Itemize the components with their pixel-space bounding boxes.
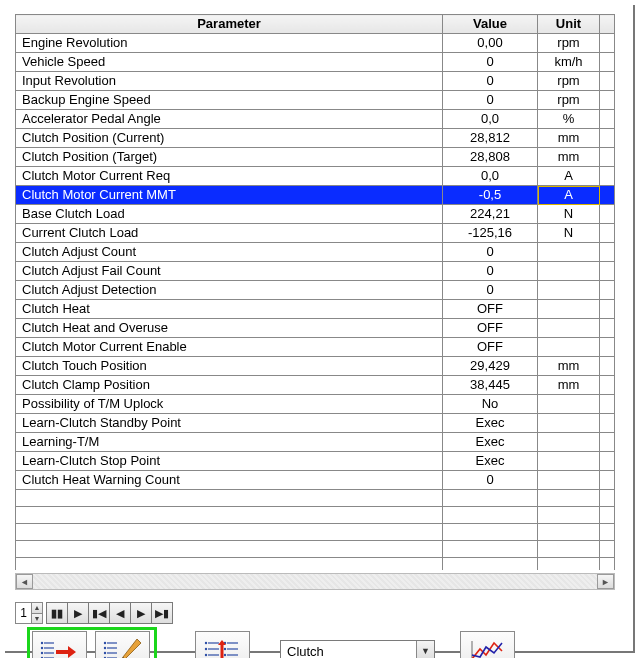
table-row[interactable]: Clutch Position (Target)28,808mm <box>16 148 615 167</box>
table-row[interactable]: Backup Engine Speed0rpm <box>16 91 615 110</box>
table-row[interactable]: Clutch Adjust Fail Count0 <box>16 262 615 281</box>
table-row[interactable]: Possibility of T/M UplockNo <box>16 395 615 414</box>
data-table[interactable]: Parameter Value Unit Engine Revolution0,… <box>15 14 615 570</box>
cell-pad <box>600 91 615 110</box>
scroll-left-button[interactable]: ◄ <box>16 574 33 589</box>
table-row[interactable] <box>16 558 615 571</box>
first-button[interactable]: ▮◀ <box>88 602 110 624</box>
table-row[interactable]: Clutch Heat Warning Count0 <box>16 471 615 490</box>
last-button[interactable]: ▶▮ <box>151 602 173 624</box>
cell-unit: mm <box>538 129 600 148</box>
cell-unit <box>538 452 600 471</box>
table-row[interactable]: Clutch Motor Current Req0,0A <box>16 167 615 186</box>
frame-down-button[interactable]: ▼ <box>31 614 42 624</box>
cell-parameter: Clutch Motor Current Enable <box>16 338 443 357</box>
frame-stepper[interactable]: 1 ▲ ▼ <box>15 602 43 624</box>
edit-list-button[interactable] <box>95 631 150 658</box>
cell-pad <box>600 490 615 507</box>
cell-pad <box>600 319 615 338</box>
table-row[interactable]: Clutch HeatOFF <box>16 300 615 319</box>
play-button[interactable]: ▶ <box>67 602 89 624</box>
chevron-down-icon[interactable]: ▼ <box>416 641 434 658</box>
cell-value: 224,21 <box>443 205 538 224</box>
table-row[interactable]: Engine Revolution0,00rpm <box>16 34 615 53</box>
cell-unit <box>538 281 600 300</box>
svg-point-11 <box>103 647 105 649</box>
cell-parameter: Clutch Heat Warning Count <box>16 471 443 490</box>
table-row[interactable]: Accelerator Pedal Angle0,0% <box>16 110 615 129</box>
reorder-list-button[interactable] <box>195 631 250 658</box>
scroll-track[interactable] <box>33 574 597 589</box>
cell-pad <box>600 300 615 319</box>
prev-button[interactable]: ◀ <box>109 602 131 624</box>
cell-parameter: Clutch Clamp Position <box>16 376 443 395</box>
table-row[interactable]: Vehicle Speed0km/h <box>16 53 615 72</box>
cell-unit <box>538 524 600 541</box>
table-row[interactable]: Clutch Motor Current EnableOFF <box>16 338 615 357</box>
table-row[interactable]: Learn-Clutch Standby PointExec <box>16 414 615 433</box>
table-row[interactable]: Clutch Adjust Count0 <box>16 243 615 262</box>
table-row[interactable] <box>16 541 615 558</box>
cell-pad <box>600 507 615 524</box>
table-row[interactable]: Current Clutch Load-125,16N <box>16 224 615 243</box>
col-unit[interactable]: Unit <box>538 15 600 34</box>
cell-value: 38,445 <box>443 376 538 395</box>
table-row[interactable]: Input Revolution0rpm <box>16 72 615 91</box>
cell-value: 28,808 <box>443 148 538 167</box>
cell-unit <box>538 507 600 524</box>
col-value[interactable]: Value <box>443 15 538 34</box>
col-pad <box>600 15 615 34</box>
table-row[interactable]: Clutch Position (Current)28,812mm <box>16 129 615 148</box>
cell-value: 28,812 <box>443 129 538 148</box>
cell-value <box>443 524 538 541</box>
cell-parameter: Clutch Touch Position <box>16 357 443 376</box>
cell-parameter: Clutch Adjust Count <box>16 243 443 262</box>
frame-up-button[interactable]: ▲ <box>31 603 42 614</box>
table-row[interactable]: Base Clutch Load224,21N <box>16 205 615 224</box>
horizontal-scrollbar[interactable]: ◄ ► <box>15 573 615 590</box>
table-row[interactable]: Clutch Clamp Position38,445mm <box>16 376 615 395</box>
cell-unit: mm <box>538 376 600 395</box>
pause-button[interactable]: ▮▮ <box>46 602 68 624</box>
table-header-row[interactable]: Parameter Value Unit <box>16 15 615 34</box>
cell-unit <box>538 558 600 571</box>
table-row[interactable] <box>16 524 615 541</box>
cell-parameter <box>16 490 443 507</box>
next-button[interactable]: ▶ <box>130 602 152 624</box>
cell-value: 0,00 <box>443 34 538 53</box>
col-parameter[interactable]: Parameter <box>16 15 443 34</box>
table-row[interactable] <box>16 490 615 507</box>
cell-value: Exec <box>443 452 538 471</box>
cell-parameter: Learn-Clutch Stop Point <box>16 452 443 471</box>
transport-bar: 1 ▲ ▼ ▮▮ ▶ ▮◀ ◀ ▶ ▶▮ <box>15 602 173 624</box>
cell-pad <box>600 72 615 91</box>
cell-parameter: Learn-Clutch Standby Point <box>16 414 443 433</box>
svg-point-13 <box>103 652 105 654</box>
table-row[interactable]: Learning-T/MExec <box>16 433 615 452</box>
cell-pad <box>600 433 615 452</box>
table-row[interactable] <box>16 507 615 524</box>
cell-value: OFF <box>443 338 538 357</box>
cell-unit <box>538 541 600 558</box>
cell-parameter: Input Revolution <box>16 72 443 91</box>
cell-parameter: Clutch Heat <box>16 300 443 319</box>
table-row[interactable]: Clutch Adjust Detection0 <box>16 281 615 300</box>
frame-value: 1 <box>16 603 31 623</box>
new-list-button[interactable] <box>32 631 87 658</box>
table-row[interactable]: Clutch Touch Position29,429mm <box>16 357 615 376</box>
svg-point-19 <box>204 642 206 644</box>
graph-icon <box>468 637 508 658</box>
cell-value: 0,0 <box>443 110 538 129</box>
category-combo[interactable]: Clutch ▼ <box>280 640 435 658</box>
table-row[interactable]: Clutch Heat and OveruseOFF <box>16 319 615 338</box>
cell-value: 0 <box>443 471 538 490</box>
scroll-right-button[interactable]: ► <box>597 574 614 589</box>
graph-button[interactable] <box>460 631 515 658</box>
cell-parameter: Engine Revolution <box>16 34 443 53</box>
table-row[interactable]: Learn-Clutch Stop PointExec <box>16 452 615 471</box>
cell-parameter <box>16 541 443 558</box>
table-row[interactable]: Clutch Motor Current MMT-0,5A <box>16 186 615 205</box>
cell-value: OFF <box>443 319 538 338</box>
cell-value <box>443 558 538 571</box>
cell-pad <box>600 558 615 571</box>
